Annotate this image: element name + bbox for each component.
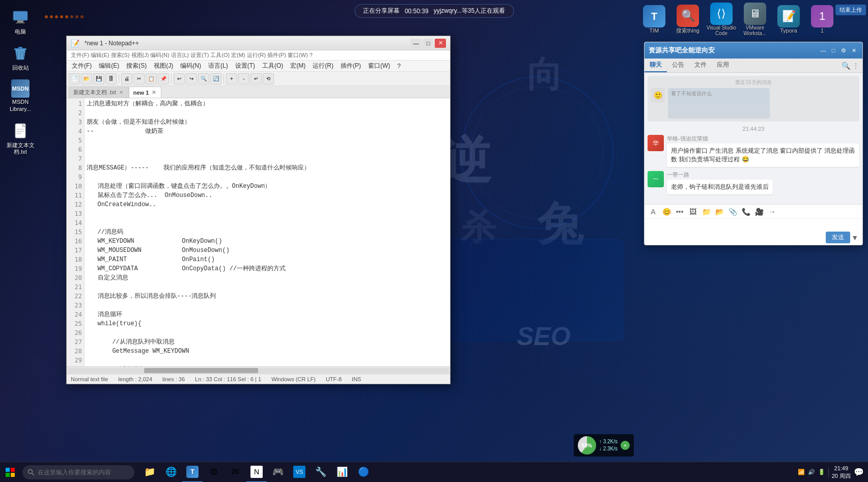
chat-close-btn[interactable]: ✕: [849, 46, 858, 55]
chat-clip-btn[interactable]: 📎: [727, 206, 738, 217]
chat-file-btn[interactable]: 📁: [701, 206, 712, 217]
chat-tab-chat[interactable]: 聊天: [645, 59, 667, 72]
end-share-btn[interactable]: 结束上传: [835, 5, 866, 15]
tim-icon[interactable]: T TIM: [639, 5, 669, 34]
start-button[interactable]: [0, 462, 20, 483]
tab-close-1[interactable]: ✕: [151, 90, 157, 95]
taskbar-app-game[interactable]: 🎮: [268, 462, 288, 483]
chat-image-btn[interactable]: 🖼: [687, 206, 698, 217]
taskbar-search-input[interactable]: [38, 469, 119, 476]
toolbar-copy[interactable]: 📋: [146, 73, 157, 84]
menu-item-S[interactable]: 搜索(S): [123, 61, 150, 71]
chat-tab-file[interactable]: 文件: [689, 59, 712, 72]
toolbar-save[interactable]: 💾: [93, 73, 104, 84]
menu-item-O[interactable]: 工具(O): [259, 61, 286, 71]
notepad-close-btn[interactable]: ✕: [435, 39, 446, 48]
chat-minimize-btn[interactable]: —: [819, 46, 828, 55]
menu-item-[interactable]: ?: [394, 62, 404, 71]
search-icon[interactable]: 🔍 搜索thing: [673, 5, 703, 35]
chat-toolbar: A 😊 ••• 🖼 📁 📂 📎 📞 🎥 →: [645, 205, 862, 219]
chat-tab-app[interactable]: 应用: [712, 59, 734, 72]
taskbar-app-chart[interactable]: 📊: [332, 462, 352, 483]
toolbar-replace[interactable]: 🔄: [210, 73, 221, 84]
menu-item-M[interactable]: 宏(M): [287, 61, 309, 71]
toolbar-zoom-in[interactable]: +: [226, 73, 237, 84]
toolbar-zoom-out[interactable]: -: [238, 73, 249, 84]
toolbar-cut[interactable]: ✂: [133, 73, 145, 84]
vscode-icon[interactable]: ⟨⟩ Visual Studio Code: [706, 3, 737, 36]
network-icon[interactable]: 📶: [798, 469, 805, 475]
toolbar-redo[interactable]: ↪: [186, 73, 197, 84]
chat-send-btn[interactable]: 发送: [826, 232, 850, 243]
taskbar-search[interactable]: [22, 465, 134, 479]
speed-add-btn[interactable]: +: [621, 441, 630, 450]
line-numbers: 1234567891011121314151617181920212223242…: [67, 98, 85, 366]
notepad-maximize-btn[interactable]: □: [423, 39, 434, 48]
taskbar-app-file-explorer[interactable]: 📁: [139, 462, 160, 483]
toolbar-saveall[interactable]: 🗄: [105, 73, 117, 84]
chat-more-btn[interactable]: ⋮: [852, 62, 859, 70]
menu-item-F[interactable]: 文件(F): [69, 61, 95, 71]
menu-item-P[interactable]: 插件(P): [338, 61, 364, 71]
menu-item-T[interactable]: 设置(T): [232, 61, 258, 71]
toolbar-paste[interactable]: 📌: [158, 73, 169, 84]
notepad-tab-1[interactable]: new 1 ✕: [129, 87, 162, 98]
chat-settings-btn[interactable]: ⚙: [839, 46, 848, 55]
menu-item-N[interactable]: 编码(N): [177, 61, 204, 71]
toolbar-print[interactable]: 🖨: [121, 73, 132, 84]
taskbar-clock[interactable]: 21:49 20 周四: [832, 465, 851, 479]
chat-font-btn[interactable]: A: [648, 206, 659, 217]
line-num-5: 5: [67, 136, 82, 145]
menu-item-J[interactable]: 视图(J): [151, 61, 176, 71]
code-line-4: -- 做奶茶​: [87, 127, 448, 136]
line-num-21: 21: [67, 282, 82, 292]
vmware-icon[interactable]: 🖥 VMware Worksta...: [740, 3, 770, 36]
menu-item-R[interactable]: 运行(R): [310, 61, 337, 71]
chat-more-tools-btn[interactable]: •••: [674, 206, 685, 217]
desktop-icon-computer[interactable]: 电脑: [3, 5, 38, 37]
toolbar-undo[interactable]: ↩: [174, 73, 185, 84]
code-editor[interactable]: 上消息通知对方（解耦合，高内聚，低耦合）​​朋友（会做，但是不知道什么时候做）​…: [85, 98, 450, 366]
taskbar-app-email[interactable]: ✉: [225, 462, 245, 483]
toolbar-wordwrap[interactable]: ↵: [250, 73, 262, 84]
taskbar-app-tools[interactable]: 🔧: [311, 462, 331, 483]
chat-body[interactable]: 最近15天的消息 🙂 看了不知道说什么 21:44:23 华: [645, 73, 862, 204]
notepad-tab-0[interactable]: 新建文本文档 .txt ✕: [69, 87, 129, 98]
taskbar-app-vscode2[interactable]: VS: [289, 462, 310, 483]
toolbar-open[interactable]: 📂: [81, 73, 92, 84]
menu-item-L[interactable]: 语言(L): [205, 61, 231, 71]
chat-input[interactable]: [645, 219, 862, 232]
chat-arrow-btn[interactable]: →: [767, 206, 778, 217]
chat-phone-btn[interactable]: 📞: [740, 206, 751, 217]
notepad-minimize-btn[interactable]: —: [410, 39, 422, 48]
chat-folder-btn[interactable]: 📂: [714, 206, 725, 217]
desktop-icon-msdn[interactable]: MSDN MSDN Library...: [3, 77, 38, 114]
notepad-hscroll[interactable]: [67, 366, 450, 374]
desktop-icon-recycle[interactable]: 回收站: [3, 41, 38, 73]
line-num-25: 25: [67, 319, 82, 328]
app1-icon[interactable]: 1 1: [807, 5, 837, 34]
taskbar-app-settings[interactable]: ⚙: [204, 462, 224, 483]
toolbar-new[interactable]: 📄: [69, 73, 80, 84]
taskbar-app-notepad[interactable]: N: [246, 462, 267, 483]
battery-icon[interactable]: 🔋: [818, 469, 825, 475]
chat-tab-notice[interactable]: 公告: [667, 59, 689, 72]
notification-btn[interactable]: 💬: [854, 467, 864, 477]
desktop-icon-newfile[interactable]: 新建文本文档.txt: [3, 119, 38, 157]
svg-rect-5: [18, 47, 22, 49]
taskbar-app-tim[interactable]: T: [182, 462, 203, 483]
toolbar-find[interactable]: 🔍: [198, 73, 209, 84]
volume-icon[interactable]: 🔊: [808, 469, 815, 475]
menu-item-W[interactable]: 窗口(W): [365, 61, 393, 71]
taskbar-app-browser[interactable]: 🌐: [161, 462, 181, 483]
chat-emoji-btn[interactable]: 😊: [661, 206, 672, 217]
tab-close-0[interactable]: ✕: [118, 90, 124, 95]
taskbar-app-extra[interactable]: 🔵: [353, 462, 374, 483]
menu-item-E[interactable]: 编辑(E): [96, 61, 122, 71]
typora-icon[interactable]: 📝 Typora: [773, 5, 804, 34]
chat-search-btn[interactable]: 🔍: [842, 62, 850, 70]
chat-maximize-btn[interactable]: □: [829, 46, 838, 55]
toolbar-sync[interactable]: ⟲: [263, 73, 274, 84]
chat-send-dropdown[interactable]: ▼: [851, 234, 858, 242]
chat-video-btn[interactable]: 🎥: [753, 206, 765, 217]
